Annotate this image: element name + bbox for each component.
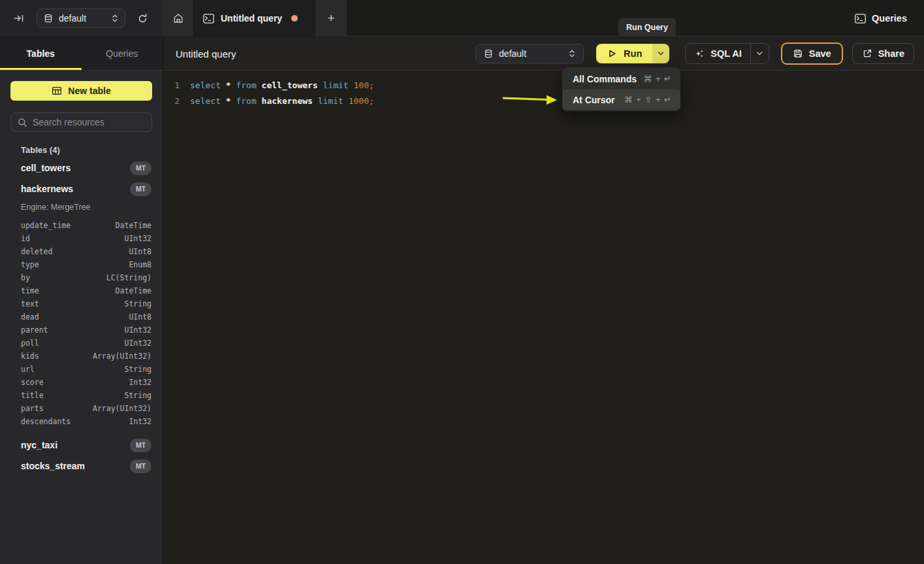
column-type: UInt8 [129, 247, 151, 256]
column-name: id [21, 234, 124, 243]
column-row: update_timeDateTime [0, 219, 163, 232]
code-token: hackernews [262, 96, 313, 106]
sql-ai-button-group: SQL AI [685, 43, 769, 64]
column-type: Array(UInt32) [93, 404, 151, 413]
column-row: timeDateTime [0, 284, 163, 297]
column-name: poll [21, 339, 124, 348]
column-row: partsArray(UInt32) [0, 402, 163, 415]
share-button[interactable]: Share [852, 43, 914, 64]
run-button[interactable]: Run [596, 44, 652, 63]
column-row: typeEnum8 [0, 258, 163, 271]
table-columns: update_timeDateTimeidUInt32deletedUInt8t… [0, 215, 163, 435]
table-row[interactable]: stocks_streamMT [0, 456, 163, 476]
code-token [257, 96, 262, 106]
code-token: 1000 [349, 96, 369, 106]
new-table-button-label: New table [68, 86, 110, 96]
run-menu-item-shortcut: ⌘ + ⇧ + ↵ [624, 95, 672, 105]
toolbar-database-selector-value: default [493, 48, 569, 59]
code-line[interactable]: 1select * from cell_towers limit 100; [164, 77, 924, 93]
column-name: score [21, 378, 129, 387]
query-toolbar: Untitled query default [164, 37, 924, 71]
column-row: deletedUInt8 [0, 245, 163, 258]
column-type: Int32 [129, 417, 151, 426]
column-type: Array(UInt32) [93, 352, 151, 361]
column-type: UInt32 [124, 339, 151, 348]
search-input[interactable] [33, 117, 151, 127]
home-tab-button[interactable] [163, 0, 194, 37]
toolbar-database-selector[interactable]: default [475, 44, 584, 63]
line-number: 1 [164, 80, 180, 90]
sidebar: Tables Queries New table Tables (4) cell… [0, 37, 163, 564]
run-button-label: Run [624, 48, 642, 59]
table-name: hackernews [21, 184, 130, 194]
share-icon [862, 48, 872, 59]
active-tab-underline [0, 68, 82, 70]
code-token [257, 80, 262, 90]
plus-icon: + [327, 11, 334, 25]
new-table-button[interactable]: New table [10, 81, 152, 101]
column-row: kidsArray(UInt32) [0, 350, 163, 363]
run-menu-item-shortcut: ⌘ + ↵ [643, 74, 672, 84]
column-row: urlString [0, 363, 163, 376]
column-row: titleString [0, 389, 163, 402]
run-options-menu: All Commands⌘ + ↵At Cursor⌘ + ⇧ + ↵ [562, 67, 680, 111]
column-type: String [124, 365, 151, 374]
tab-untitled-query[interactable]: Untitled query [194, 0, 315, 37]
column-row: byLC(String) [0, 271, 163, 284]
table-engine-badge: MT [130, 182, 151, 196]
top-bar: default [0, 0, 924, 37]
column-name: parent [21, 325, 124, 335]
column-type: DateTime [116, 221, 151, 230]
sql-ai-button[interactable]: SQL AI [686, 48, 750, 59]
terminal-icon [203, 14, 214, 24]
column-row: pollUInt32 [0, 337, 163, 350]
sidebar-tabs: Tables Queries [0, 37, 163, 71]
unsaved-changes-dot [291, 15, 298, 22]
table-row[interactable]: hackernewsMT [0, 178, 163, 199]
main-panel: Untitled query default [164, 37, 924, 564]
topbar-left-section: default [0, 0, 163, 37]
column-type: UInt32 [124, 234, 151, 243]
run-query-tooltip: Run Query [618, 18, 676, 37]
code-token [221, 80, 226, 90]
run-menu-item-label: All Commands [573, 74, 643, 84]
code-token: cell_towers [262, 80, 318, 90]
column-name: by [21, 273, 106, 282]
refresh-icon[interactable] [133, 8, 152, 28]
code-token: ; [369, 80, 374, 90]
table-row[interactable]: cell_towersMT [0, 158, 163, 178]
queries-button[interactable]: Queries [855, 0, 907, 37]
save-button[interactable]: Save [781, 42, 843, 65]
table-row[interactable]: nyc_taxiMT [0, 435, 163, 456]
run-menu-item[interactable]: All Commands⌘ + ↵ [562, 69, 680, 89]
collapse-sidebar-icon[interactable] [9, 8, 29, 28]
sidebar-tab-tables[interactable]: Tables [0, 37, 82, 70]
code-token: from [236, 80, 256, 90]
sql-ai-options-caret[interactable] [750, 43, 769, 64]
new-tab-button[interactable]: + [315, 0, 347, 37]
code-token: limit [323, 80, 349, 90]
database-selector-value: default [53, 13, 112, 24]
table-engine-badge: MT [130, 439, 151, 452]
code-token: 100 [353, 80, 368, 90]
query-title: Untitled query [176, 48, 475, 59]
database-icon [484, 49, 493, 58]
column-row: descendantsInt32 [0, 415, 163, 428]
sidebar-tab-queries[interactable]: Queries [82, 37, 163, 70]
database-icon [44, 14, 53, 23]
code-token [231, 96, 236, 106]
column-type: UInt32 [124, 325, 151, 335]
run-menu-item[interactable]: At Cursor⌘ + ⇧ + ↵ [562, 90, 680, 110]
tab-strip: Untitled query + [163, 0, 347, 37]
run-menu-item-label: At Cursor [573, 95, 624, 105]
database-selector[interactable]: default [37, 8, 125, 28]
column-name: dead [21, 312, 129, 322]
run-button-group: Run [596, 44, 669, 63]
column-type: DateTime [116, 286, 151, 295]
column-name: type [21, 260, 129, 269]
column-type: LC(String) [106, 273, 151, 282]
toolbar-controls: default Run [475, 42, 914, 65]
search-box [10, 112, 152, 132]
column-type: String [124, 391, 151, 400]
run-options-caret[interactable] [652, 44, 669, 63]
